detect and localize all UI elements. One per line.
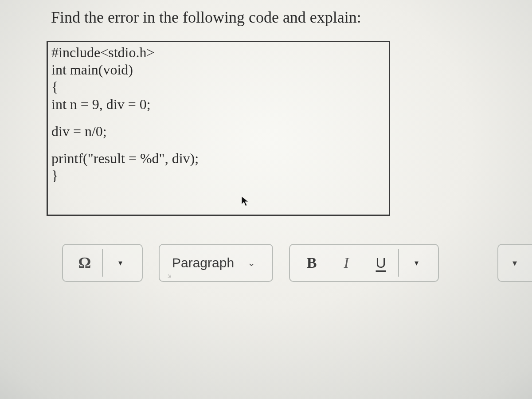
- code-line: div = n/0;: [51, 123, 385, 140]
- mouse-cursor-icon: [241, 196, 250, 207]
- code-line: printf("result = %d", div);: [51, 150, 385, 167]
- blank-line: [51, 113, 385, 123]
- question-screen: Find the error in the following code and…: [0, 0, 532, 399]
- triangle-down-icon: ▾: [508, 258, 521, 268]
- code-line: #include<stdio.h>: [51, 44, 385, 61]
- editor-toolbar: Ω ▾ Paragraph ⌄ ⇲ B I U: [62, 244, 439, 282]
- code-line: int n = 9, div = 0;: [51, 96, 385, 113]
- code-line: }: [51, 167, 385, 184]
- special-char-dropdown[interactable]: ▾: [103, 245, 137, 281]
- text-style-dropdown[interactable]: ▾: [399, 245, 434, 281]
- chevron-down-icon: ⌄: [244, 257, 259, 269]
- text-style-group: B I U ▾: [289, 244, 439, 282]
- italic-icon: I: [344, 254, 348, 271]
- underline-button[interactable]: U: [364, 245, 398, 281]
- block-format-label: Paragraph: [172, 255, 234, 270]
- insert-special-char-button[interactable]: Ω: [67, 245, 102, 281]
- triangle-down-icon: ▾: [114, 258, 127, 268]
- special-char-group: Ω ▾: [62, 244, 143, 282]
- bold-button[interactable]: B: [294, 245, 329, 281]
- blank-line: [51, 140, 385, 150]
- toolbar-overflow-group[interactable]: ▾: [497, 244, 532, 282]
- italic-button[interactable]: I: [329, 245, 364, 281]
- block-format-group: Paragraph ⌄ ⇲: [159, 244, 273, 282]
- code-line: int main(void): [51, 61, 385, 78]
- question-prompt: Find the error in the following code and…: [51, 8, 361, 27]
- triangle-down-icon: ▾: [410, 258, 423, 268]
- resize-grip-icon: ⇲: [168, 274, 171, 278]
- underline-icon: U: [376, 255, 386, 271]
- block-format-select[interactable]: Paragraph ⌄: [164, 245, 268, 281]
- omega-icon: Ω: [78, 254, 91, 272]
- bold-icon: B: [307, 254, 317, 271]
- code-line: {: [51, 78, 385, 96]
- code-sample-box: #include<stdio.h> int main(void) { int n…: [47, 41, 390, 216]
